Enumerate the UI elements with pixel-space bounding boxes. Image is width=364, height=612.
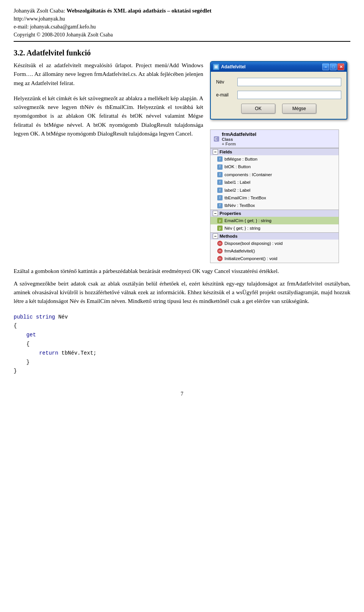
title-bold: Webszolgáltatás és XML alapú adatbázis –… [67,8,212,14]
header-divider [14,41,350,42]
body-paragraph-2: Helyezzünk el két címkét és két szövegme… [14,94,203,138]
header-title: Johanyák Zsolt Csaba: Webszolgáltatás és… [14,7,350,15]
fields-collapse[interactable]: − [213,149,218,155]
field-item-0: f btMégse : Button [210,155,339,163]
methods-collapse[interactable]: − [213,233,218,239]
code-line-5: } [14,358,350,367]
section-heading: 3.2. Adatfelvitel funkció [14,49,350,57]
field-item-4: f label2 : Label [210,186,339,194]
xp-dialog: Adatfelvitel – □ ✕ Név e-mail OK [210,61,347,120]
class-name: frmAdatfelvitel [222,131,256,137]
fields-label: Fields [220,150,232,154]
bottom-section: Ezáltal a gombokon történő kattintás a p… [14,267,350,306]
field-text-4: label2 : Label [224,187,250,194]
code-line-6: } [14,367,350,376]
field-item-5: f tbEmailCím : TextBox [210,194,339,202]
code-line-1: { [14,322,350,331]
field-text-6: tbNév : TextBox [224,202,255,209]
field-item-1: f btOK : Button [210,163,339,170]
page-number: 7 [14,391,350,397]
method-icon-2: m [217,256,223,261]
svg-rect-2 [215,67,217,68]
field-item-6: f tbNév : TextBox [210,202,339,209]
body-paragraph-3: Ezáltal a gombokon történő kattintás a p… [14,267,350,276]
prop-text-0: EmailCím { get; } : string [224,217,271,224]
field-text-3: label1 : Label [224,179,250,186]
body-paragraph-4: A szövegmezőkbe beírt adatok csak az abl… [14,279,350,306]
author-name: Johanyák Zsolt Csaba: [14,8,65,14]
email-input[interactable] [237,91,341,99]
section-title: Adatfelvitel funkció [27,49,91,57]
body-paragraph-1: Készítsük el az adatfelvitelt megvalósít… [14,61,203,88]
field-icon-3: f [217,180,223,185]
properties-label: Properties [220,211,241,216]
fields-section-header: − Fields [210,148,339,155]
minimize-button[interactable]: – [322,63,329,70]
code-block: public string Név { get { return tbNév.T… [14,313,350,376]
prop-item-1: p Név { get; } : string [210,224,339,232]
prop-icon-0: p [217,218,223,223]
right-column: Adatfelvitel – □ ✕ Név e-mail OK [210,61,350,263]
two-col-layout: Készítsük el az adatfelvitelt megvalósít… [14,61,350,263]
class-icon: C [213,136,220,142]
svg-rect-0 [214,65,218,69]
dialog-buttons: OK Mégse [216,104,341,114]
header-email: e-mail: johanyak.csaba@gamf.kefo.hu [14,23,350,31]
code-line-2: get [14,331,350,340]
close-button[interactable]: ✕ [337,63,344,70]
prop-text-1: Név { get; } : string [224,225,260,232]
method-item-2: m InitializeComponent() : void [210,255,339,262]
methods-section-header: − Methods [210,232,339,240]
field-item-3: f label1 : Label [210,178,339,186]
email-row: e-mail [216,91,341,99]
field-icon-5: f [217,195,223,200]
xp-titlebar: Adatfelvitel – □ ✕ [211,62,347,72]
header-copyright: Copyright © 2008-2010 Johanyák Zsolt Csa… [14,31,350,39]
methods-list: m Dispose(bool disposing) : void m frmAd… [210,240,339,263]
left-column: Készítsük el az adatfelvitelt megvalósít… [14,61,203,138]
field-item-2: f components : IContainer [210,171,339,178]
method-item-0: m Dispose(bool disposing) : void [210,240,339,247]
field-text-0: btMégse : Button [224,156,257,162]
field-icon-4: f [217,188,223,193]
nev-label: Név [216,79,237,85]
field-text-1: btOK : Button [224,163,251,170]
method-text-0: Dispose(bool disposing) : void [224,240,282,247]
svg-text:C: C [215,137,217,141]
class-diagram: C frmAdatfelvitel Class + Form − Fields … [210,129,339,263]
method-icon-1: m [217,248,223,254]
method-item-1: m frmAdatfelvitel() [210,247,339,255]
field-icon-2: f [217,172,223,177]
svg-rect-1 [215,66,217,67]
methods-label: Methods [220,234,237,238]
email-label: e-mail [216,92,237,98]
dialog-body: Név e-mail OK Mégse [211,72,347,119]
prop-icon-1: p [217,226,223,231]
method-text-1: frmAdatfelvitel() [224,248,255,254]
titlebar-buttons: – □ ✕ [322,63,344,70]
field-icon-0: f [217,156,223,162]
code-line-0: public string Név [14,313,350,322]
ok-button[interactable]: OK [241,104,275,114]
header: Johanyák Zsolt Csaba: Webszolgáltatás és… [14,7,350,42]
field-icon-6: f [217,203,223,208]
class-diagram-header: C frmAdatfelvitel Class + Form [210,130,339,148]
header-url: http://www.johanyak.hu [14,15,350,23]
dialog-title: Adatfelvitel [221,64,246,69]
section-number: 3.2. [14,49,25,57]
dialog-icon [213,64,219,70]
class-type: Class [222,137,256,142]
properties-list: p EmailCím { get; } : string p Név { get… [210,217,339,232]
properties-collapse[interactable]: − [213,211,218,216]
method-text-2: InitializeComponent() : void [224,255,277,262]
method-icon-0: m [217,241,223,246]
maximize-button[interactable]: □ [330,63,337,70]
field-text-2: components : IContainer [224,171,272,178]
megse-button[interactable]: Mégse [282,104,316,114]
field-icon-1: f [217,164,223,170]
nev-input[interactable] [237,78,341,86]
code-line-4: return tbNév.Text; [14,349,350,358]
nev-row: Név [216,78,341,86]
code-line-3: { [14,340,350,349]
properties-section-header: − Properties [210,210,339,217]
